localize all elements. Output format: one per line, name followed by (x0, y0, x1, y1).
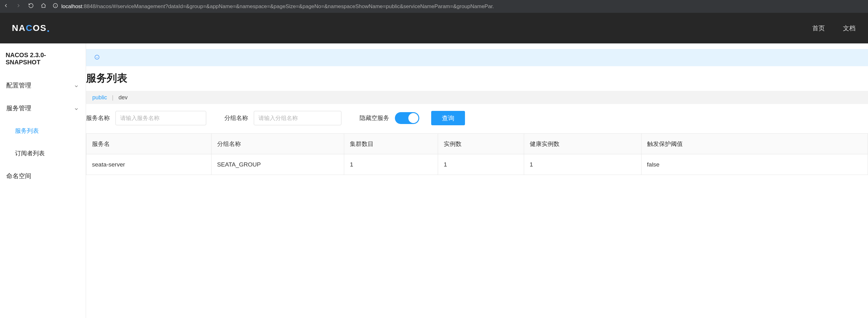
back-icon[interactable] (3, 3, 9, 10)
reload-icon[interactable] (28, 3, 34, 10)
info-icon (94, 55, 100, 61)
forward-icon[interactable] (16, 3, 21, 10)
col-protect-threshold: 触发保护阈值 (641, 134, 868, 154)
header-link-home[interactable]: 首页 (812, 24, 825, 33)
cell-instance-count: 1 (438, 154, 524, 175)
info-banner (86, 49, 868, 66)
cell-group-name: SEATA_GROUP (211, 154, 344, 175)
col-instance-count: 实例数 (438, 134, 524, 154)
address-bar[interactable]: localhost:8848/nacos/#/serviceManagement… (53, 3, 865, 10)
col-healthy-count: 健康实例数 (524, 134, 641, 154)
service-table: 服务名 分组名称 集群数目 实例数 健康实例数 触发保护阈值 seata-ser… (86, 133, 868, 175)
namespace-tabs: public | dev (86, 91, 868, 104)
chevron-down-icon (74, 106, 79, 111)
service-name-input[interactable] (116, 111, 206, 125)
sidebar-item-service[interactable]: 服务管理 (0, 97, 86, 120)
header-link-docs[interactable]: 文档 (843, 24, 856, 33)
browser-nav-icons (3, 3, 46, 10)
sidebar-item-subscribers[interactable]: 订阅者列表 (0, 142, 86, 165)
nacos-logo[interactable]: NACOS. (12, 23, 51, 33)
site-info-icon[interactable] (53, 3, 58, 10)
sidebar-item-namespace[interactable]: 命名空间 (0, 165, 86, 187)
col-cluster-count: 集群数目 (344, 134, 438, 154)
hide-empty-toggle[interactable] (395, 112, 419, 124)
chevron-down-icon (74, 83, 79, 88)
home-icon[interactable] (41, 3, 46, 10)
sidebar: NACOS 2.3.0-SNAPSHOT 配置管理 服务管理 服务列表 订阅者列… (0, 43, 86, 318)
table-row[interactable]: seata-server SEATA_GROUP 1 1 1 false (86, 154, 868, 175)
sidebar-item-label: 服务管理 (6, 104, 31, 112)
tab-separator: | (112, 94, 114, 101)
search-row: 服务名称 分组名称 隐藏空服务 查询 (86, 111, 868, 125)
version-label: NACOS 2.3.0-SNAPSHOT (0, 43, 86, 74)
group-name-label: 分组名称 (224, 114, 248, 122)
url-text: localhost:8848/nacos/#/serviceManagement… (61, 3, 494, 10)
cell-cluster-count: 1 (344, 154, 438, 175)
query-button[interactable]: 查询 (431, 111, 465, 125)
hide-empty-label: 隐藏空服务 (360, 114, 389, 122)
group-name-input[interactable] (254, 111, 341, 125)
tab-dev[interactable]: dev (119, 94, 128, 101)
sidebar-item-label: 服务列表 (15, 127, 39, 135)
cell-healthy-count: 1 (524, 154, 641, 175)
cell-service-name: seata-server (86, 154, 212, 175)
sidebar-item-config[interactable]: 配置管理 (0, 74, 86, 97)
sidebar-item-service-list[interactable]: 服务列表 (0, 120, 86, 142)
app-header: NACOS. 首页 文档 (0, 13, 868, 43)
browser-chrome: localhost:8848/nacos/#/serviceManagement… (0, 0, 868, 13)
tab-public[interactable]: public (92, 94, 107, 101)
page-title: 服务列表 (86, 71, 868, 85)
sidebar-item-label: 命名空间 (6, 172, 31, 180)
col-group-name: 分组名称 (211, 134, 344, 154)
service-name-label: 服务名称 (86, 114, 110, 122)
sidebar-item-label: 订阅者列表 (15, 149, 45, 157)
sidebar-item-label: 配置管理 (6, 81, 31, 90)
header-links: 首页 文档 (812, 24, 856, 33)
table-header-row: 服务名 分组名称 集群数目 实例数 健康实例数 触发保护阈值 (86, 134, 868, 154)
content: 服务列表 public | dev 服务名称 分组名称 隐藏空服务 查询 (86, 43, 868, 318)
col-service-name: 服务名 (86, 134, 212, 154)
cell-protect-threshold: false (641, 154, 868, 175)
